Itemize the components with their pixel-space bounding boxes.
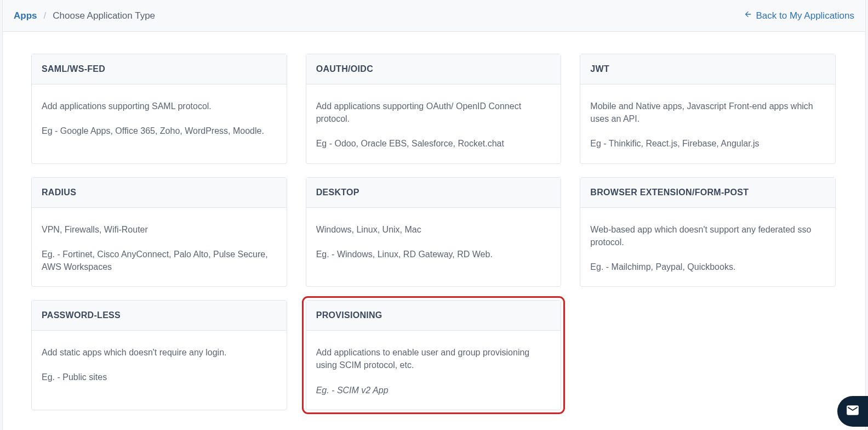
card-body: Mobile and Native apps, Javascript Front… (580, 84, 835, 163)
card-title: DESKTOP (306, 178, 561, 208)
card-example: Eg. - Public sites (42, 371, 277, 383)
card-example: Eg. - Fortinet, Cisco AnyConnect, Palo A… (42, 248, 277, 273)
card-body: Windows, Linux, Unix, MacEg. - Windows, … (306, 208, 561, 285)
card-description: VPN, Firewalls, Wifi-Router (42, 223, 277, 236)
card-description: Add applications supporting OAuth/ OpenI… (316, 100, 551, 125)
card-title: PROVISIONING (306, 301, 561, 331)
app-type-card[interactable]: DESKTOPWindows, Linux, Unix, MacEg. - Wi… (306, 177, 562, 287)
card-title: SAML/WS-FED (32, 54, 287, 84)
app-type-grid: SAML/WS-FEDAdd applications supporting S… (31, 54, 836, 410)
card-title: JWT (580, 54, 835, 84)
breadcrumb-current: Choose Application Type (53, 10, 155, 21)
card-body: Add applications supporting SAML protoco… (32, 84, 287, 161)
card-body: Add applications to enable user and grou… (306, 331, 561, 410)
back-to-applications-link[interactable]: Back to My Applications (744, 10, 854, 21)
app-type-card[interactable]: PROVISIONINGAdd applications to enable u… (306, 300, 562, 410)
mail-icon (846, 403, 860, 420)
card-example: Eg - Google Apps, Office 365, Zoho, Word… (42, 125, 277, 137)
card-example: Eg - Odoo, Oracle EBS, Salesforce, Rocke… (316, 137, 551, 150)
card-description: Add applications to enable user and grou… (316, 346, 551, 371)
app-type-card[interactable]: BROWSER EXTENSION/FORM-POSTWeb-based app… (580, 177, 836, 287)
card-description: Windows, Linux, Unix, Mac (316, 223, 551, 236)
app-type-card[interactable]: PASSWORD-LESSAdd static apps which doesn… (31, 300, 287, 410)
breadcrumb: Apps / Choose Application Type (14, 10, 155, 21)
app-type-card[interactable]: SAML/WS-FEDAdd applications supporting S… (31, 54, 287, 164)
card-description: Web-based app which doesn't support any … (590, 223, 825, 248)
card-body: Web-based app which doesn't support any … (580, 208, 835, 287)
card-body: Add static apps which doesn't require an… (32, 331, 287, 408)
card-example: Eg. - Windows, Linux, RD Gateway, RD Web… (316, 248, 551, 261)
card-description: Mobile and Native apps, Javascript Front… (590, 100, 825, 125)
card-description: Add applications supporting SAML protoco… (42, 100, 277, 112)
app-type-card[interactable]: OAUTH/OIDCAdd applications supporting OA… (306, 54, 562, 164)
topbar: Apps / Choose Application Type Back to M… (2, 0, 866, 32)
chat-fab-button[interactable] (837, 396, 868, 427)
card-title: PASSWORD-LESS (32, 301, 287, 331)
card-example: Eg. - Mailchimp, Paypal, Quickbooks. (590, 261, 825, 273)
breadcrumb-separator: / (44, 10, 47, 21)
card-body: Add applications supporting OAuth/ OpenI… (306, 84, 561, 163)
arrow-left-icon (744, 10, 752, 21)
card-title: OAUTH/OIDC (306, 54, 561, 84)
app-type-card[interactable]: JWTMobile and Native apps, Javascript Fr… (580, 54, 836, 164)
card-example: Eg. - SCIM v2 App (316, 384, 551, 397)
back-link-label: Back to My Applications (756, 10, 854, 21)
card-description: Add static apps which doesn't require an… (42, 346, 277, 359)
card-body: VPN, Firewalls, Wifi-RouterEg. - Fortine… (32, 208, 287, 287)
card-example: Eg - Thinkific, React.js, Firebase, Angu… (590, 137, 825, 150)
card-title: BROWSER EXTENSION/FORM-POST (580, 178, 835, 208)
app-type-card[interactable]: RADIUSVPN, Firewalls, Wifi-RouterEg. - F… (31, 177, 287, 287)
card-title: RADIUS (32, 178, 287, 208)
breadcrumb-root-link[interactable]: Apps (14, 10, 37, 21)
main-content: SAML/WS-FEDAdd applications supporting S… (2, 32, 866, 430)
